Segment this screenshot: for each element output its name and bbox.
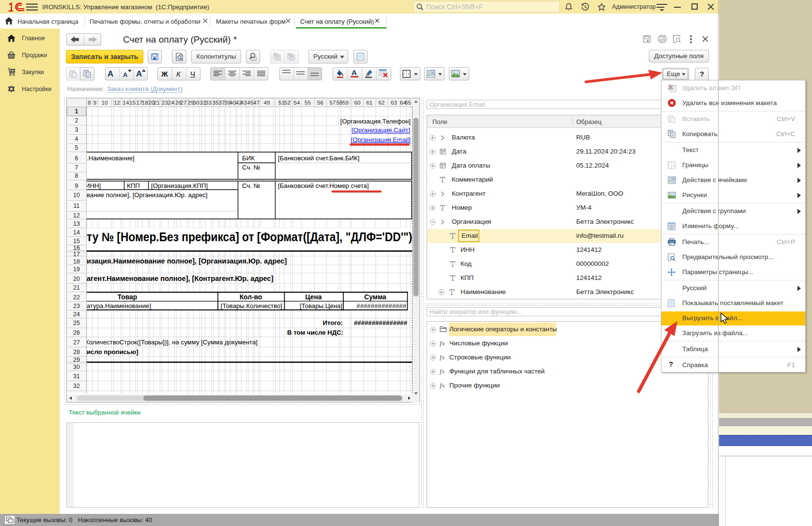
svg-text:6: 6 — [75, 155, 78, 162]
svg-text:агент.Наименование полное], [К: агент.Наименование полное], [Контрагент.… — [87, 275, 274, 282]
svg-text:63: 63 — [391, 99, 397, 106]
svg-text:9: 9 — [75, 183, 78, 189]
svg-text:Кол-во: Кол-во — [240, 294, 262, 301]
svg-text:11: 11 — [73, 202, 79, 209]
svg-text:26: 26 — [73, 329, 80, 336]
svg-text:37: 37 — [219, 99, 225, 106]
svg-text:56: 56 — [317, 99, 323, 106]
svg-text:22: 22 — [73, 294, 80, 301]
svg-text:65: 65 — [405, 99, 411, 106]
svg-text:23: 23 — [162, 99, 168, 106]
svg-text:29: 29 — [73, 356, 80, 363]
svg-text:24: 24 — [73, 311, 80, 318]
svg-text:12: 12 — [73, 212, 80, 219]
svg-text:3: 3 — [75, 126, 78, 133]
svg-text:ту № [Номер.Без префикса] от [: ту № [Номер.Без префикса] от [Формат([Да… — [87, 230, 416, 244]
svg-text:27: 27 — [181, 99, 187, 106]
svg-text:.Наименование]: .Наименование] — [87, 155, 135, 162]
svg-text:51: 51 — [278, 99, 285, 106]
svg-text:8: 8 — [75, 172, 78, 179]
svg-text:30: 30 — [73, 364, 80, 371]
svg-text:[Организация.КПП]: [Организация.КПП] — [151, 182, 208, 189]
svg-text:КПП: КПП — [127, 182, 140, 189]
svg-text:R: R — [431, 72, 434, 75]
svg-text:57: 57 — [330, 99, 336, 106]
svg-text:4: 4 — [75, 136, 78, 142]
svg-text:атура.Наименование]: атура.Наименование] — [87, 302, 151, 309]
svg-text:R: R — [673, 178, 674, 181]
svg-text:61: 61 — [367, 99, 373, 106]
svg-text:2: 2 — [75, 117, 78, 124]
svg-text:17: 17 — [73, 251, 80, 258]
svg-text:7: 7 — [75, 164, 78, 171]
svg-text:14: 14 — [123, 99, 129, 106]
svg-text:58: 58 — [337, 99, 343, 106]
svg-text:43: 43 — [241, 99, 247, 106]
svg-text:24: 24 — [168, 99, 174, 106]
svg-text:52: 52 — [284, 99, 291, 106]
svg-text:23: 23 — [73, 303, 80, 309]
svg-text:БИК: БИК — [242, 155, 255, 162]
svg-text:[Организация.Сайт]: [Организация.Сайт] — [352, 126, 410, 134]
svg-text:###############: ############### — [354, 319, 408, 326]
svg-text:9: 9 — [93, 99, 96, 106]
svg-text:18: 18 — [73, 258, 80, 265]
svg-text:25: 25 — [73, 320, 80, 326]
svg-text:[Организация.Email]: [Организация.Email] — [351, 136, 411, 143]
svg-text:35: 35 — [213, 99, 219, 106]
svg-text:вание полное], [Организация.Юр: вание полное], [Организация.Юр. адрес] — [87, 191, 207, 199]
svg-text:18: 18 — [142, 99, 148, 106]
svg-text:30: 30 — [193, 99, 199, 106]
svg-text:12: 12 — [114, 99, 120, 106]
svg-text:28: 28 — [73, 349, 80, 356]
svg-text:14: 14 — [73, 229, 80, 236]
svg-text:ИНН]: ИНН] — [85, 182, 101, 189]
svg-text:13: 13 — [73, 220, 80, 227]
svg-text:8: 8 — [88, 99, 91, 106]
svg-text:Сч. №: Сч. № — [242, 182, 260, 189]
svg-text:[Товары.Цена]: [Товары.Цена] — [300, 302, 342, 309]
svg-text:Товар: Товар — [118, 294, 137, 301]
svg-text:59: 59 — [342, 99, 349, 106]
svg-text:##############: ############## — [356, 302, 406, 309]
svg-text:исло прописью]: исло прописью] — [87, 348, 138, 356]
svg-text:21: 21 — [153, 99, 160, 106]
svg-text:31: 31 — [73, 373, 80, 380]
svg-text:15: 15 — [129, 99, 136, 106]
svg-text:21: 21 — [73, 284, 80, 291]
svg-text:54: 54 — [294, 99, 300, 106]
svg-text:КоличествоСтрок([Товары])], на: КоличествоСтрок([Товары])], на сумму [Су… — [85, 339, 258, 346]
svg-text:[Товары.Количество]: [Товары.Количество] — [221, 302, 282, 309]
svg-text:55: 55 — [305, 99, 311, 106]
svg-text:20: 20 — [73, 276, 80, 282]
svg-text:[Банковский счет.Номер счета]: [Банковский счет.Номер счета] — [278, 182, 369, 189]
svg-text:Цена: Цена — [306, 294, 322, 301]
svg-text:Сч. №: Сч. № — [242, 164, 260, 171]
svg-text:15: 15 — [73, 238, 80, 245]
svg-text:33: 33 — [205, 99, 212, 106]
svg-text:Итого:: Итого: — [322, 319, 343, 326]
svg-text:1: 1 — [75, 108, 78, 115]
svg-text:5: 5 — [75, 144, 78, 151]
svg-text:60: 60 — [354, 99, 361, 106]
svg-text:10: 10 — [73, 192, 80, 199]
svg-text:40: 40 — [230, 99, 236, 106]
svg-text:45: 45 — [247, 99, 254, 106]
svg-text:изация.Наименование полное], [: изация.Наименование полное], [Организаци… — [87, 257, 287, 265]
svg-text:32: 32 — [73, 383, 80, 389]
svg-text:Сумма: Сумма — [364, 294, 386, 301]
svg-text:49: 49 — [264, 99, 270, 106]
svg-text:[Банковский счет.Банк.БИК]: [Банковский счет.Банк.БИК] — [278, 155, 359, 162]
svg-text:[Организация.Телефон]: [Организация.Телефон] — [340, 118, 411, 125]
svg-text:19: 19 — [73, 266, 80, 273]
svg-text:47: 47 — [253, 99, 260, 106]
svg-text:В том числе НДС:: В том числе НДС: — [287, 329, 343, 336]
svg-text:10: 10 — [102, 99, 108, 106]
svg-text:62: 62 — [379, 99, 385, 106]
svg-text:27: 27 — [73, 339, 80, 346]
